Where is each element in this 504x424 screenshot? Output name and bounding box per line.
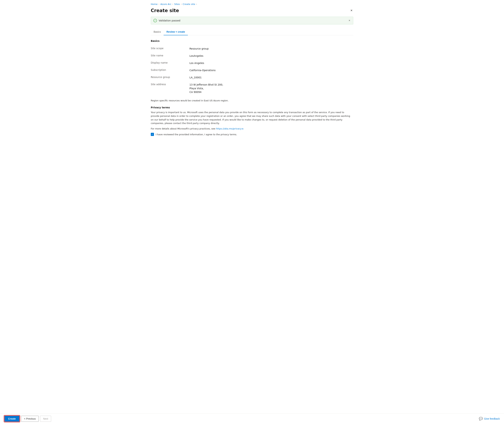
privacy-link-line: For more details about Microsoft's priva… xyxy=(151,127,353,130)
breadcrumb-home[interactable]: Home xyxy=(151,3,158,6)
tab-basics[interactable]: Basics xyxy=(151,29,164,35)
basics-heading: Basics xyxy=(151,39,353,42)
tab-review-create[interactable]: Review + create xyxy=(164,29,188,35)
validation-text: Validation passed xyxy=(159,19,180,22)
privacy-link-prefix: For more details about Microsoft's priva… xyxy=(151,127,216,130)
field-label-site-scope: Site scope xyxy=(151,47,189,50)
validation-icon: ✓ xyxy=(153,19,157,22)
field-resource-group: Resource group LA_10001 xyxy=(151,74,353,81)
breadcrumb: Home › Azure Arc › Sites › Create site › xyxy=(151,3,353,6)
breadcrumb-sep-2: › xyxy=(172,3,173,5)
breadcrumb-sep-3: › xyxy=(181,3,182,5)
privacy-title: Privacy terms xyxy=(151,106,353,109)
validation-left: ✓ Validation passed xyxy=(153,19,180,22)
privacy-checkbox-row[interactable]: ✓ I have reviewed the provided informati… xyxy=(151,133,353,136)
feedback-label: Give feedback xyxy=(484,417,500,420)
field-label-subscription: Subscription xyxy=(151,69,189,71)
close-button[interactable]: × xyxy=(350,8,353,13)
privacy-section: Privacy terms Your privacy is important … xyxy=(151,106,353,130)
field-label-display-name: Display name xyxy=(151,61,189,64)
field-value-resource-group: LA_10001 xyxy=(189,76,202,79)
create-button[interactable]: Create xyxy=(4,416,20,422)
privacy-link[interactable]: https://aka.ms/privacy xyxy=(216,127,242,130)
breadcrumb-sep-4: › xyxy=(196,3,197,5)
field-site-scope: Site scope Resource group xyxy=(151,45,353,52)
checkmark-icon: ✓ xyxy=(151,133,153,135)
validation-banner: ✓ Validation passed × xyxy=(151,17,353,25)
field-site-name: Site name LosAngeles xyxy=(151,52,353,60)
feedback-icon: 💬 xyxy=(479,417,483,421)
banner-close-button[interactable]: × xyxy=(348,19,351,23)
next-button: Next xyxy=(40,416,51,422)
breadcrumb-create-site[interactable]: Create site xyxy=(183,3,195,6)
page-header: Create site × xyxy=(151,8,353,13)
previous-button[interactable]: < Previous xyxy=(21,416,39,422)
external-link-icon: ⧉ xyxy=(242,128,243,130)
footer: Create < Previous Next 💬 Give feedback xyxy=(0,413,504,424)
field-value-site-scope: Resource group xyxy=(189,47,208,50)
give-feedback-button[interactable]: 💬 Give feedback xyxy=(479,417,500,421)
page-title: Create site xyxy=(151,8,179,13)
field-display-name: Display name Los Angeles xyxy=(151,60,353,67)
basics-section: Basics Site scope Resource group Site na… xyxy=(151,39,353,96)
region-note: Region specific resources would be creat… xyxy=(151,99,353,102)
field-label-site-name: Site name xyxy=(151,54,189,57)
field-label-site-address: Site address xyxy=(151,83,189,86)
privacy-checkbox-label: I have reviewed the provided information… xyxy=(156,133,237,136)
privacy-checkbox[interactable]: ✓ xyxy=(151,133,154,136)
field-subscription: Subscription California-Operations xyxy=(151,67,353,74)
field-value-site-address: 13 W Jefferson Blvd St 200, Playa Vista,… xyxy=(189,83,223,94)
field-value-site-name: LosAngeles xyxy=(189,54,203,58)
breadcrumb-azure-arc[interactable]: Azure Arc xyxy=(160,3,171,6)
privacy-body: Your privacy is important to us. Microso… xyxy=(151,111,353,125)
field-site-address: Site address 13 W Jefferson Blvd St 200,… xyxy=(151,81,353,96)
breadcrumb-sep-1: › xyxy=(158,3,159,5)
main-content: Basics Review + create Basics Site scope… xyxy=(151,29,353,156)
footer-left: Create < Previous Next xyxy=(4,416,51,422)
field-value-display-name: Los Angeles xyxy=(189,61,204,65)
tabs: Basics Review + create xyxy=(151,29,353,35)
field-label-resource-group: Resource group xyxy=(151,76,189,79)
breadcrumb-sites[interactable]: Sites xyxy=(174,3,180,6)
field-value-subscription: California-Operations xyxy=(189,69,216,72)
